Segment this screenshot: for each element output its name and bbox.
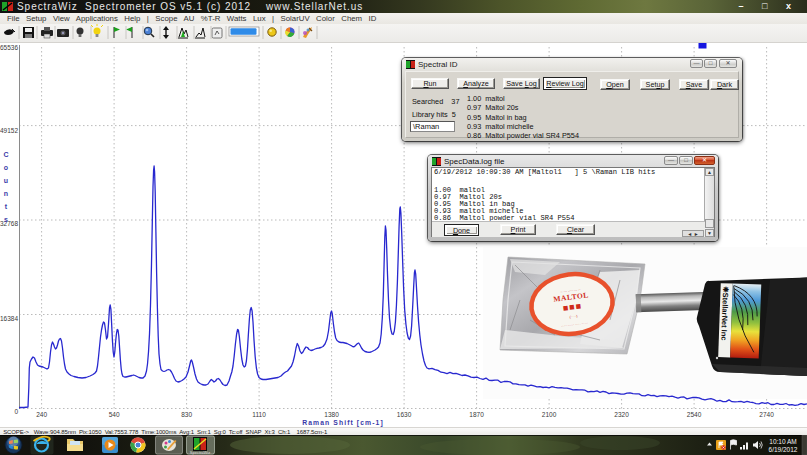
svg-text:830: 830 <box>181 411 192 418</box>
svg-text:(····): (····) <box>569 313 578 319</box>
svg-text:1870: 1870 <box>469 411 484 418</box>
svg-text:Raman Shift [cm-1]: Raman Shift [cm-1] <box>302 419 384 427</box>
svg-text:o: o <box>4 164 8 171</box>
svg-text:C: C <box>3 151 8 158</box>
svg-text:1630: 1630 <box>397 411 412 418</box>
svg-text:65536: 65536 <box>0 44 18 51</box>
svg-text:2320: 2320 <box>614 411 629 418</box>
svg-text:SpectraWiz: SpectraWiz <box>190 450 210 455</box>
svg-text:u: u <box>4 177 8 184</box>
svg-text:49152: 49152 <box>0 127 18 134</box>
svg-text:1380: 1380 <box>324 411 339 418</box>
svg-text:540: 540 <box>109 411 120 418</box>
svg-text:2100: 2100 <box>542 411 557 418</box>
svg-text:240: 240 <box>36 411 47 418</box>
svg-text:❋StellarNet Inc: ❋StellarNet Inc <box>719 286 730 340</box>
svg-text:1110: 1110 <box>252 411 266 418</box>
svg-text:s: s <box>4 216 8 223</box>
svg-text:16384: 16384 <box>0 315 18 322</box>
svg-text:2540: 2540 <box>687 411 702 418</box>
svg-text:32768: 32768 <box>0 220 18 227</box>
svg-text:10:10 AM: 10:10 AM <box>769 438 796 445</box>
svg-text:n: n <box>4 190 8 197</box>
svg-text:6/19/2012: 6/19/2012 <box>769 446 798 453</box>
svg-text:2740: 2740 <box>759 411 774 418</box>
svg-text:0: 0 <box>14 408 18 415</box>
